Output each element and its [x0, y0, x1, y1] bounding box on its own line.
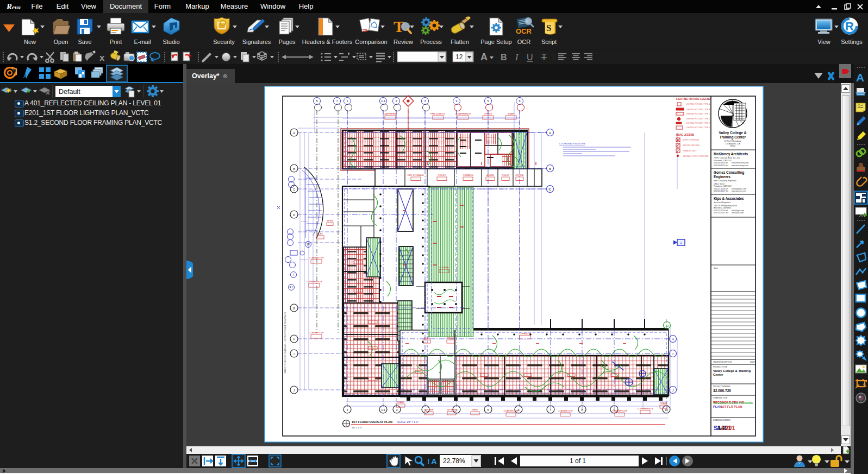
svg-text:PLAN: PLAN: [713, 405, 721, 408]
svg-text:SECOND FLOOR FRAMING: SECOND FLOOR FRAMING: [714, 401, 753, 405]
svg-text:ELEC: ELEC: [317, 232, 323, 235]
svg-text:A: A: [480, 52, 488, 62]
svg-text:U: U: [527, 53, 533, 62]
svg-text:32.000.720: 32.000.720: [713, 389, 731, 393]
svg-text:7: 7: [549, 408, 551, 412]
svg-text:1.1: 1.1: [381, 99, 385, 103]
svg-text:STAIR: STAIR: [660, 402, 667, 405]
svg-text:626.555.7100 tel: 626.555.7100 tel: [714, 210, 728, 212]
svg-text:8: 8: [581, 408, 583, 412]
svg-text:2: 2: [395, 99, 397, 103]
svg-text:22 North Broadway: 22 North Broadway: [725, 140, 741, 142]
svg-text:STAIR: STAIR: [397, 401, 404, 403]
svg-text:LIGHTING FIXTURE, TYPE C: LIGHTING FIXTURE, TYPE C: [686, 113, 710, 115]
svg-text:LIGHTING FIXTURE LEGEND: LIGHTING FIXTURE LEGEND: [676, 98, 711, 100]
svg-text:LIGHTING FIXTURE, TYPE A: LIGHTING FIXTURE, TYPE A: [686, 103, 710, 105]
svg-text:1.1: 1.1: [381, 408, 385, 412]
svg-text:T: T: [541, 53, 547, 62]
svg-text:626.221.1234 tel: 626.221.1234 tel: [714, 188, 728, 190]
svg-text:CONFERENCE: CONFERENCE: [637, 407, 653, 410]
svg-text:CAFETERIA: CAFETERIA: [384, 112, 397, 115]
svg-text:10: 10: [665, 408, 668, 412]
svg-text:7: 7: [336, 99, 338, 103]
svg-text:Structural Engineers: Structural Engineers: [714, 201, 731, 204]
svg-text:DRAWING NUMBER: DRAWING NUMBER: [713, 419, 730, 421]
svg-text:I: I: [515, 53, 519, 62]
svg-text:info@kips.com: info@kips.com: [732, 210, 744, 212]
svg-text:Engineers: Engineers: [714, 175, 730, 179]
svg-text:22.78%: 22.78%: [443, 457, 465, 465]
svg-text:Kips & Associates: Kips & Associates: [714, 197, 744, 201]
svg-text:3: 3: [424, 99, 426, 103]
svg-text:EXHAUST GRILL: EXHAUST GRILL: [683, 150, 697, 152]
svg-text:B: B: [293, 167, 295, 170]
svg-text:J: J: [672, 389, 674, 392]
svg-text:TOILET: TOILET: [438, 174, 446, 176]
svg-text:626.583.9770 fax: 626.583.9770 fax: [714, 165, 728, 167]
svg-text:1ST FLR PLAN: 1ST FLR PLAN: [721, 405, 742, 408]
svg-text:C: C: [293, 188, 295, 191]
svg-text:90102: 90102: [730, 145, 735, 147]
svg-text:A: A: [549, 131, 551, 135]
svg-text:evu: evu: [12, 4, 21, 10]
svg-text:DRAWING TITLE: DRAWING TITLE: [713, 397, 728, 399]
svg-text:Seal: Seal: [714, 267, 717, 269]
svg-text:B: B: [501, 53, 507, 62]
svg-text:F: F: [293, 274, 295, 276]
svg-text:Valley College &: Valley College &: [719, 131, 747, 135]
svg-text:MEP Consulting Engineers: MEP Consulting Engineers: [714, 180, 736, 182]
svg-text:LIGHTING FIXTURE, TYPE F: LIGHTING FIXTURE, TYPE F: [686, 127, 710, 129]
svg-text:D: D: [293, 213, 295, 217]
svg-text:A: A: [856, 71, 864, 84]
svg-text:LIGHTING FIXTURE, TYPE E: LIGHTING FIXTURE, TYPE E: [686, 122, 710, 124]
svg-text:I: I: [427, 457, 430, 466]
svg-text:626.555.1207 fax: 626.555.1207 fax: [714, 190, 728, 192]
svg-text:LIGHTING FIXTURE, TYPE B: LIGHTING FIXTURE, TYPE B: [686, 109, 710, 111]
svg-text:4: 4: [455, 99, 457, 103]
svg-text:790 E. Colorado Blvd. Ste. 205: 790 E. Colorado Blvd. Ste. 205: [714, 157, 740, 159]
svg-text:A: A: [431, 457, 437, 466]
svg-text:R: R: [7, 2, 12, 11]
svg-text:Pasadena, CA 91107: Pasadena, CA 91107: [714, 185, 732, 187]
svg-text:PROJECT NUMBER: PROJECT NUMBER: [713, 385, 730, 388]
svg-text:OFFICE: OFFICE: [484, 112, 492, 115]
svg-text:5: 5: [487, 99, 489, 103]
svg-text:Los Angeles, CA: Los Angeles, CA: [726, 143, 740, 145]
svg-text:B: B: [549, 167, 551, 170]
svg-text:S: S: [546, 23, 551, 33]
svg-text:CLASSROOM: CLASSROOM: [309, 331, 324, 334]
svg-text:J: J: [294, 389, 295, 392]
svg-text:R: R: [845, 20, 854, 33]
svg-text:McKinney Architects: McKinney Architects: [714, 152, 748, 156]
svg-text:5: 5: [487, 408, 489, 412]
svg-text:626.555.7107 fax: 626.555.7107 fax: [714, 212, 728, 214]
svg-text:RETURN DIFFUSER: RETURN DIFFUSER: [683, 144, 700, 147]
svg-text:DRY STORAGE: DRY STORAGE: [408, 174, 424, 176]
svg-text:www.gomez.com: www.gomez.com: [732, 190, 746, 192]
svg-text:DATE: DATE: [750, 361, 755, 363]
svg-text:Default: Default: [59, 88, 80, 96]
svg-text:PRE-SCHOOL: PRE-SCHOOL: [430, 112, 446, 115]
svg-text:MEN: MEN: [472, 408, 477, 411]
svg-text:www.kips.com: www.kips.com: [732, 212, 744, 214]
svg-text:CLASSROOM: CLASSROOM: [558, 409, 573, 412]
svg-text:OCR: OCR: [516, 27, 532, 35]
svg-text:Valley College & Training: Valley College & Training: [713, 369, 751, 372]
svg-text:STAIR: STAIR: [508, 112, 514, 115]
svg-text:Center: Center: [713, 373, 723, 376]
svg-text:1/8" = 1'-0": 1/8" = 1'-0": [352, 426, 363, 429]
svg-text:COMMON: COMMON: [463, 174, 473, 176]
svg-text:H: H: [293, 338, 295, 341]
svg-text:A: A: [293, 131, 295, 135]
svg-text:C: C: [549, 188, 551, 191]
svg-text:ELEV: ELEV: [424, 337, 430, 339]
svg-text:www.mckinney.com: www.mckinney.com: [732, 165, 748, 167]
svg-text:WOMEN: WOMEN: [447, 408, 457, 411]
svg-text:x: x: [99, 53, 105, 63]
svg-text:1 Blue Street: 1 Blue Street: [714, 183, 725, 185]
svg-text:LOUNGE: LOUNGE: [439, 266, 449, 269]
svg-text:MECH: MECH: [447, 337, 454, 339]
svg-text:CLASSROOM: CLASSROOM: [504, 409, 519, 412]
svg-text:Gomez Consulting: Gomez Consulting: [714, 170, 745, 175]
svg-text:1 of 1: 1 of 1: [570, 457, 586, 465]
